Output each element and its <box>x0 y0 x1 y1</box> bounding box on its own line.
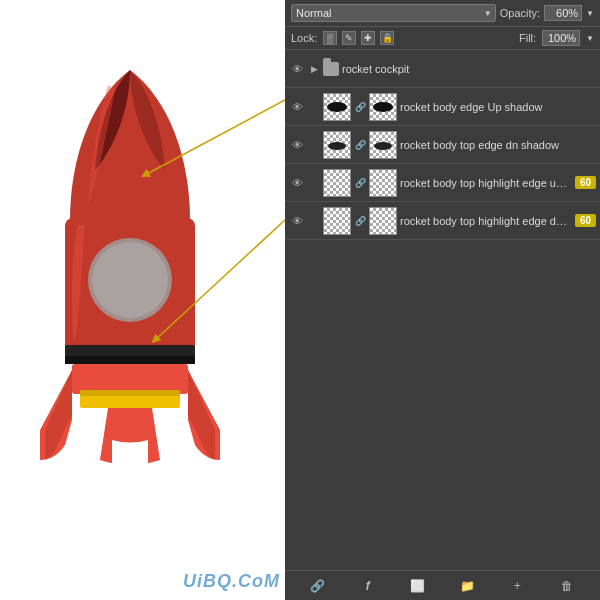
layer-thumb-2b <box>369 131 397 159</box>
trash-icon[interactable]: 🗑 <box>558 577 576 595</box>
mask-icon[interactable]: ⬜ <box>409 577 427 595</box>
layer-link-2: 🔗 <box>354 139 366 151</box>
lock-bar: Lock: ▒ ✎ ✚ 🔒 Fill: ▼ <box>285 27 600 50</box>
eye-icon-3[interactable]: 👁 <box>289 175 305 191</box>
lock-icons: ▒ ✎ ✚ 🔒 <box>323 31 394 45</box>
svg-point-11 <box>373 102 393 112</box>
eye-icon-2[interactable]: 👁 <box>289 137 305 153</box>
layer-name-4: rocket body top highlight edge dn mid <box>400 215 572 227</box>
annotation-arrows <box>0 0 285 600</box>
eye-icon-1[interactable]: 👁 <box>289 99 305 115</box>
fill-label: Fill: <box>519 32 536 44</box>
layer-thumb-4b <box>369 207 397 235</box>
layers-panel: Normal Opacity: ▼ Lock: ▒ ✎ ✚ 🔒 Fill: ▼ … <box>285 0 600 600</box>
svg-line-8 <box>145 100 285 175</box>
layers-list: 👁 ▶ rocket cockpit 👁 🔗 rocket body edge … <box>285 50 600 570</box>
layer-link-1: 🔗 <box>354 101 366 113</box>
opacity-badge-4: 60 <box>575 214 596 227</box>
opacity-label: Opacity: <box>500 7 540 19</box>
svg-point-10 <box>327 102 347 112</box>
fill-input[interactable] <box>542 30 580 46</box>
svg-line-9 <box>155 220 285 340</box>
opacity-input[interactable] <box>544 5 582 21</box>
layer-thumb-4 <box>323 207 351 235</box>
lock-label: Lock: <box>291 32 317 44</box>
layer-thumb-1b <box>369 93 397 121</box>
layer-thumb-1 <box>323 93 351 121</box>
canvas-area <box>0 0 285 600</box>
expand-arrow-0[interactable]: ▶ <box>308 63 320 75</box>
layer-thumb-3b <box>369 169 397 197</box>
opacity-dropdown-arrow[interactable]: ▼ <box>586 9 594 18</box>
opacity-badge-3: 60 <box>575 176 596 189</box>
lock-move-icon[interactable]: ✚ <box>361 31 375 45</box>
layer-link-4: 🔗 <box>354 215 366 227</box>
link-icon[interactable]: 🔗 <box>309 577 327 595</box>
eye-icon-4[interactable]: 👁 <box>289 213 305 229</box>
layer-link-3: 🔗 <box>354 177 366 189</box>
layer-name-3: rocket body top highlight edge up mid <box>400 177 572 189</box>
group-icon[interactable]: 📁 <box>458 577 476 595</box>
svg-point-12 <box>328 142 346 150</box>
layer-row-body-edge-up-shadow[interactable]: 👁 🔗 rocket body edge Up shadow <box>285 88 600 126</box>
layer-name-0: rocket cockpit <box>342 63 596 75</box>
new-layer-icon[interactable]: + <box>508 577 526 595</box>
lock-all-icon[interactable]: 🔒 <box>380 31 394 45</box>
eye-icon-0[interactable]: 👁 <box>289 61 305 77</box>
layer-row-rocket-cockpit[interactable]: 👁 ▶ rocket cockpit <box>285 50 600 88</box>
layer-thumb-3 <box>323 169 351 197</box>
layer-name-1: rocket body edge Up shadow <box>400 101 596 113</box>
svg-point-13 <box>374 142 392 150</box>
folder-icon-0 <box>323 62 339 76</box>
blend-bar: Normal Opacity: ▼ <box>285 0 600 27</box>
layers-bottom-bar: 🔗 f ⬜ 📁 + 🗑 <box>285 570 600 600</box>
lock-transparent-icon[interactable]: ▒ <box>323 31 337 45</box>
layer-thumb-2 <box>323 131 351 159</box>
layer-row-body-edge-dn-shadow[interactable]: 👁 🔗 rocket body top edge dn shadow <box>285 126 600 164</box>
fill-dropdown-arrow[interactable]: ▼ <box>586 34 594 43</box>
blend-mode-select[interactable]: Normal <box>291 4 496 22</box>
layer-name-2: rocket body top edge dn shadow <box>400 139 596 151</box>
layer-row-highlight-dn-mid[interactable]: 👁 🔗 rocket body top highlight edge dn mi… <box>285 202 600 240</box>
blend-mode-select-wrap[interactable]: Normal <box>291 4 496 22</box>
layer-row-highlight-up-mid[interactable]: 👁 🔗 rocket body top highlight edge up mi… <box>285 164 600 202</box>
lock-paint-icon[interactable]: ✎ <box>342 31 356 45</box>
fx-icon[interactable]: f <box>359 577 377 595</box>
